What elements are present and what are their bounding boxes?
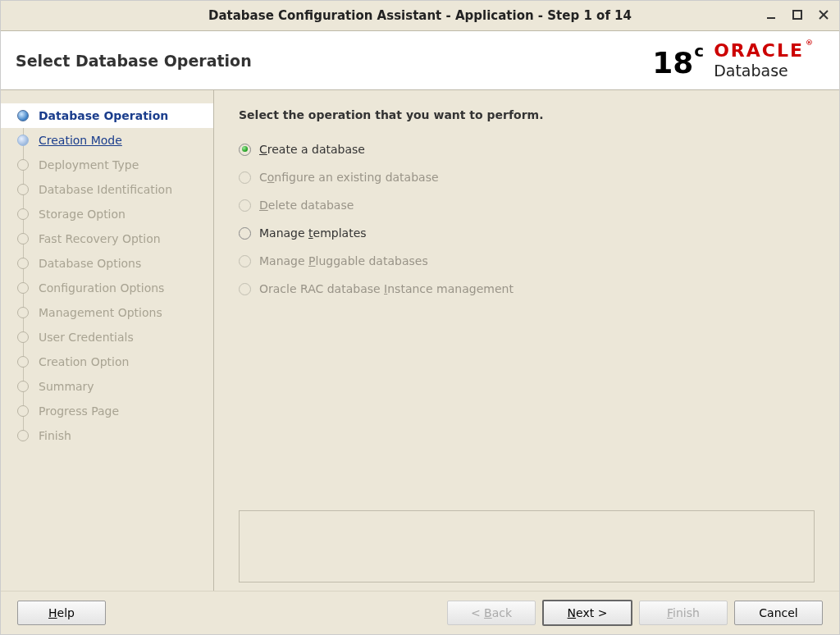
- step-bullet-icon: [17, 208, 29, 220]
- step-label: Database Operation: [39, 109, 168, 122]
- sidebar-step-7: Configuration Options: [17, 276, 203, 300]
- sidebar-step-1[interactable]: Creation Mode: [17, 128, 203, 153]
- svg-rect-1: [793, 11, 801, 19]
- step-label: Storage Option: [39, 208, 126, 221]
- option-label: Configure an existing database: [259, 171, 439, 184]
- sidebar-step-13: Finish: [17, 423, 203, 448]
- header: Select Database Operation 18c ORACLE® Da…: [1, 31, 839, 90]
- logo-version: 18c: [652, 43, 704, 78]
- step-label: Fast Recovery Option: [39, 232, 161, 245]
- step-label: Creation Option: [39, 355, 129, 368]
- sidebar-step-11: Summary: [17, 374, 203, 399]
- step-bullet-icon: [17, 405, 29, 417]
- back-button: < Back: [447, 601, 536, 625]
- close-icon[interactable]: [815, 6, 833, 24]
- sidebar-step-0: Database Operation: [1, 103, 213, 128]
- sidebar-step-8: Management Options: [17, 300, 203, 325]
- step-bullet-icon: [17, 282, 29, 294]
- sidebar-step-6: Database Options: [17, 251, 203, 276]
- step-bullet-icon: [17, 356, 29, 368]
- step-bullet-icon: [17, 110, 29, 121]
- sidebar-step-10: Creation Option: [17, 349, 203, 374]
- step-bullet-icon: [17, 331, 29, 343]
- operation-option-0[interactable]: Create a database: [239, 143, 815, 156]
- radio-icon: [239, 199, 251, 212]
- step-bullet-icon: [17, 135, 29, 146]
- step-bullet-icon: [17, 159, 29, 171]
- step-bullet-icon: [17, 381, 29, 392]
- logo-product: Database: [714, 62, 815, 80]
- step-bullet-icon: [17, 233, 29, 244]
- logo-brand: ORACLE®: [714, 41, 815, 61]
- page-title: Select Database Operation: [16, 52, 252, 70]
- step-label: User Credentials: [39, 331, 134, 344]
- step-list: Database OperationCreation ModeDeploymen…: [17, 103, 203, 448]
- instruction-text: Select the operation that you want to pe…: [239, 108, 815, 121]
- radio-icon: [239, 255, 251, 267]
- sidebar-step-9: User Credentials: [17, 325, 203, 349]
- cancel-button[interactable]: Cancel: [734, 601, 823, 625]
- body: Database OperationCreation ModeDeploymen…: [1, 90, 839, 591]
- operation-option-2: Delete database: [239, 199, 815, 212]
- sidebar-step-4: Storage Option: [17, 202, 203, 226]
- radio-icon: [239, 283, 251, 295]
- sidebar-step-3: Database Identification: [17, 177, 203, 202]
- maximize-icon[interactable]: [788, 6, 806, 24]
- footer: Help < Back Next > Finish Cancel: [1, 591, 839, 634]
- option-label: Delete database: [259, 199, 354, 212]
- step-label: Configuration Options: [39, 281, 164, 295]
- step-label: Database Identification: [39, 183, 172, 196]
- logo: 18c ORACLE® Database: [652, 41, 815, 80]
- operation-option-4: Manage Pluggable databases: [239, 254, 815, 267]
- titlebar: Database Configuration Assistant - Appli…: [1, 1, 839, 31]
- step-label: Finish: [39, 429, 71, 442]
- step-label: Deployment Type: [39, 158, 139, 171]
- sidebar: Database OperationCreation ModeDeploymen…: [1, 90, 214, 591]
- minimize-icon[interactable]: [762, 6, 780, 24]
- step-bullet-icon: [17, 184, 29, 195]
- step-label: Summary: [39, 380, 94, 393]
- next-button[interactable]: Next >: [542, 600, 632, 626]
- finish-button: Finish: [639, 601, 728, 625]
- window-controls: [762, 6, 833, 24]
- radio-icon[interactable]: [239, 144, 251, 156]
- sidebar-step-2: Deployment Type: [17, 153, 203, 177]
- radio-icon: [239, 171, 251, 184]
- step-label: Management Options: [39, 306, 162, 319]
- help-button[interactable]: Help: [17, 601, 106, 625]
- sidebar-step-12: Progress Page: [17, 399, 203, 423]
- window-title: Database Configuration Assistant - Appli…: [208, 8, 632, 23]
- radio-icon[interactable]: [239, 227, 251, 240]
- option-label: Create a database: [259, 143, 365, 156]
- option-label: Oracle RAC database Instance management: [259, 282, 514, 295]
- operation-option-1: Configure an existing database: [239, 171, 815, 184]
- step-bullet-icon: [17, 307, 29, 318]
- step-label: Progress Page: [39, 404, 119, 418]
- operation-option-3[interactable]: Manage templates: [239, 226, 815, 240]
- window: Database Configuration Assistant - Appli…: [0, 0, 840, 635]
- step-label: Creation Mode: [39, 134, 122, 147]
- operation-options: Create a databaseConfigure an existing d…: [239, 143, 815, 295]
- option-label: Manage templates: [259, 226, 367, 240]
- step-bullet-icon: [17, 258, 29, 269]
- main-panel: Select the operation that you want to pe…: [214, 90, 839, 591]
- step-label: Database Options: [39, 257, 141, 270]
- option-label: Manage Pluggable databases: [259, 254, 428, 267]
- step-bullet-icon: [17, 430, 29, 441]
- operation-option-5: Oracle RAC database Instance management: [239, 282, 815, 295]
- sidebar-step-5: Fast Recovery Option: [17, 226, 203, 251]
- message-area: [239, 510, 815, 582]
